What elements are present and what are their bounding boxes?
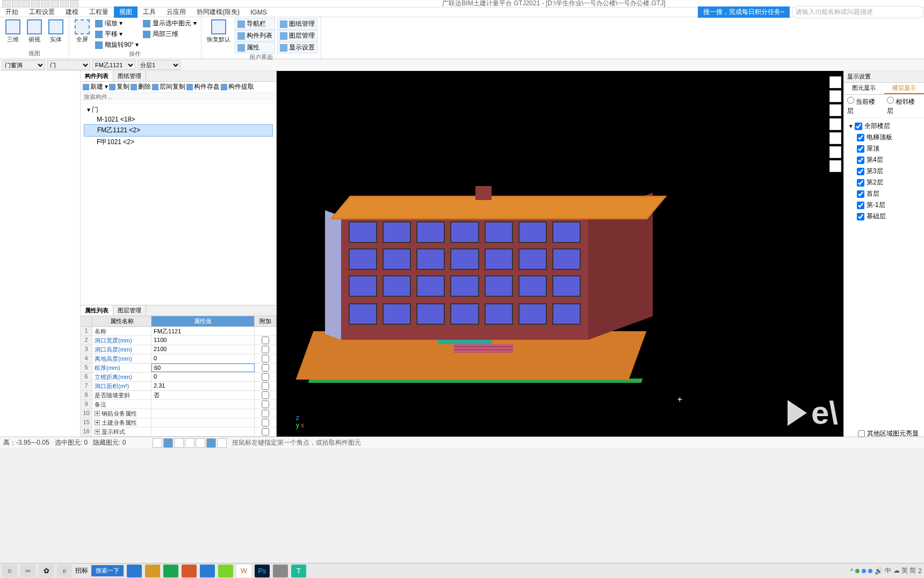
tab-view[interactable]: 视图 [114, 6, 138, 18]
floor-checkbox[interactable] [857, 168, 864, 175]
floor-checkbox[interactable] [857, 156, 864, 164]
property-toggle[interactable]: 属性 [235, 42, 275, 53]
property-row[interactable]: 3洞口高度(mm)2100 [81, 345, 276, 354]
edge-icon[interactable] [163, 565, 178, 577]
offset-icon[interactable] [196, 438, 205, 448]
property-row[interactable]: 7洞口面积(m²)2.31 [81, 382, 276, 391]
floor-checkbox[interactable] [857, 190, 864, 198]
app-icon[interactable] [145, 565, 160, 577]
property-value[interactable] [151, 409, 255, 418]
measure-icon[interactable] [217, 438, 227, 448]
view-top-button[interactable]: 俯视 [25, 18, 44, 49]
floor-item[interactable]: 首层 [847, 188, 921, 199]
orbit-icon[interactable] [829, 76, 841, 88]
display-settings-toggle[interactable]: 显示设置 [277, 42, 317, 53]
tab-floor-display[interactable]: 楼层显示 [884, 83, 925, 94]
floor-item[interactable]: 第4层 [847, 154, 921, 166]
reset-default-button[interactable]: 恢复默认 [205, 18, 233, 53]
property-value[interactable]: FM乙1121 [151, 327, 255, 336]
floor-item[interactable]: 基础层 [847, 211, 921, 222]
box-icon[interactable] [829, 118, 841, 130]
daily-task-button[interactable]: 搜一搜，完成每日积分任务~ [698, 6, 790, 18]
radio-current-floor[interactable]: 当前楼层 [847, 97, 882, 116]
floor-checkbox[interactable] [857, 202, 864, 209]
property-value[interactable]: 否 [151, 391, 255, 399]
additional-checkbox[interactable] [262, 373, 269, 381]
drawing-mgr-toggle[interactable]: 图纸管理 [277, 18, 317, 30]
ortho-icon[interactable] [163, 438, 173, 448]
tab-drawing-mgr[interactable]: 图纸管理 [113, 71, 146, 81]
show-selected-button[interactable]: 显示选中图元 ▾ [142, 18, 197, 28]
additional-checkbox[interactable] [262, 355, 269, 362]
app-icon[interactable] [127, 565, 142, 577]
snap-icon[interactable] [153, 438, 162, 448]
floor-item[interactable]: 第2层 [847, 177, 921, 188]
pan-button[interactable]: 平移 ▾ [94, 29, 140, 39]
tab-project-settings[interactable]: 工程设置 [24, 6, 60, 18]
property-row[interactable]: 18+显示样式 [81, 427, 276, 437]
view-solid-button[interactable]: 实体 [46, 18, 66, 49]
property-row[interactable]: 5框厚(mm)60 [81, 363, 276, 373]
3d-viewport[interactable]: z y x + e\ [277, 71, 843, 437]
app-icon[interactable]: ✿ [39, 565, 54, 577]
additional-checkbox[interactable] [262, 401, 269, 408]
property-value[interactable]: 2100 [151, 345, 255, 354]
gear-icon[interactable] [829, 146, 841, 158]
floor-checkbox[interactable] [857, 179, 864, 187]
tab-collab[interactable]: 协同建模(限免) [191, 6, 245, 18]
additional-checkbox[interactable] [262, 346, 269, 353]
property-value[interactable] [151, 427, 255, 436]
tab-component-list[interactable]: 构件列表 [81, 71, 113, 81]
property-value[interactable]: 0 [151, 373, 255, 381]
task-view-icon[interactable]: ▫▫ [20, 565, 35, 577]
floor-item[interactable]: 电梯顶板 [847, 132, 921, 143]
property-value[interactable]: 0 [151, 354, 255, 363]
tab-modeling[interactable]: 建模 [60, 6, 84, 18]
app-icon[interactable] [218, 565, 233, 577]
additional-checkbox[interactable] [262, 382, 269, 390]
property-value[interactable]: 60 [151, 363, 255, 372]
component-list-toggle[interactable]: 构件列表 [235, 30, 275, 41]
floor-root[interactable]: ▾ 全部楼层 [847, 120, 921, 132]
tab-cloud[interactable]: 云应用 [161, 6, 191, 18]
search-input[interactable]: 请输入功能名称或问题描述 [792, 6, 924, 18]
fullscreen-button[interactable]: 全屏 [73, 18, 92, 50]
additional-checkbox[interactable] [262, 419, 269, 426]
floor-item[interactable]: 屋顶 [847, 143, 921, 154]
tab-start[interactable]: 开始 [0, 6, 24, 18]
floor-checkbox[interactable] [857, 134, 864, 141]
tree-root[interactable]: ▾ 门 [87, 105, 273, 115]
select-icon[interactable] [829, 132, 841, 144]
floor-item[interactable]: 第-1层 [847, 199, 921, 211]
copy-button[interactable]: 复制 [109, 82, 129, 91]
tab-igms[interactable]: IGMS [245, 8, 272, 17]
app-icon[interactable] [182, 565, 197, 577]
floor-checkbox[interactable] [857, 213, 864, 220]
tab-quantity[interactable]: 工程量 [84, 6, 114, 18]
additional-checkbox[interactable] [262, 391, 269, 399]
property-row[interactable]: 9备注 [81, 400, 276, 409]
search-button[interactable]: 搜索一下 [91, 565, 124, 576]
tree-item[interactable]: FM乙1121 <2> [84, 124, 273, 137]
property-row[interactable]: 1名称FM乙1121 [81, 327, 276, 336]
layer-select[interactable]: 分层1 [138, 60, 181, 70]
delete-button[interactable]: 删除 [131, 82, 151, 91]
angle-icon[interactable] [185, 438, 194, 448]
cross-icon[interactable] [174, 438, 184, 448]
mail-icon[interactable] [200, 565, 215, 577]
component-search-input[interactable] [81, 92, 276, 101]
property-row[interactable]: 4离地高度(mm)0 [81, 354, 276, 363]
property-value[interactable]: 2.31 [151, 382, 255, 390]
floor-item[interactable]: 第3层 [847, 166, 921, 177]
additional-checkbox[interactable] [262, 364, 269, 372]
tab-layer-mgr[interactable]: 图层管理 [113, 305, 146, 316]
tab-property-list[interactable]: 属性列表 [81, 305, 113, 316]
tab-tools[interactable]: 工具 [138, 6, 161, 18]
navbar-toggle[interactable]: 导航栏 [235, 18, 275, 30]
additional-checkbox[interactable] [262, 410, 269, 417]
2d-icon[interactable] [829, 90, 841, 102]
floor-copy-button[interactable]: 层间复制 [152, 82, 185, 91]
system-tray[interactable]: ^ 🔊 中 ☁ 英 简 2 [850, 566, 922, 575]
component-select[interactable]: FM乙1121 [92, 60, 135, 70]
property-row[interactable]: 6立樘距离(mm)0 [81, 373, 276, 382]
